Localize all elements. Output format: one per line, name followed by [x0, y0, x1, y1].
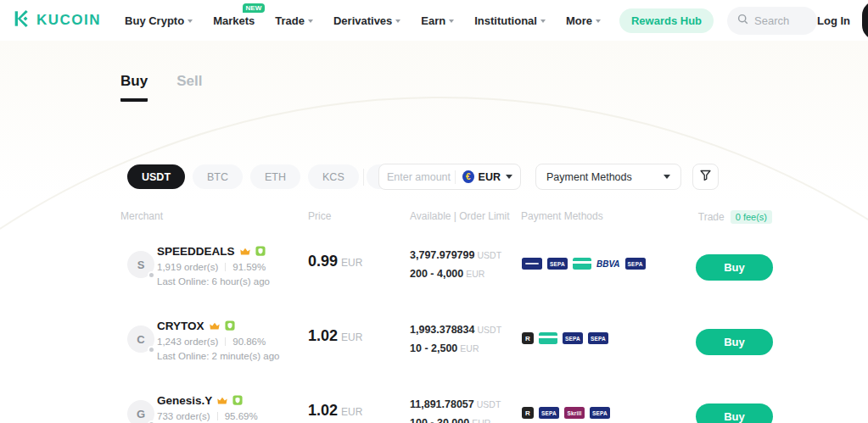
merchant-avatar[interactable]: C [127, 326, 154, 353]
merchant-name[interactable]: SPEEDDEALS [157, 245, 266, 258]
input-divider [455, 170, 456, 184]
buy-button[interactable]: Buy [696, 329, 773, 355]
kucoin-logo[interactable]: KUCOIN [12, 9, 101, 31]
buy-sell-tabs: Buy Sell [120, 73, 202, 102]
available-amount: 11,891.78057USDT [410, 398, 501, 410]
offer-row: C CRYTOX 1,243 order(s) 90.86% Last Onli… [0, 312, 868, 387]
stat-divider [225, 337, 226, 346]
order-count: 1,919 order(s) [157, 262, 218, 272]
col-available-order-limit: Available | Order Limit [410, 210, 510, 222]
verified-shield-icon [232, 395, 243, 406]
sign-up-button[interactable]: Sign Up [862, 1, 868, 40]
nav-earn[interactable]: Earn [421, 14, 454, 27]
tab-sell[interactable]: Sell [176, 73, 202, 102]
card-icon [573, 258, 591, 270]
funnel-icon [699, 169, 712, 185]
merchant-stats: 1,243 order(s) 90.86% [157, 337, 266, 347]
chevron-down-icon [596, 19, 601, 23]
offer-price: 1.02EUR [308, 402, 362, 420]
fiat-selector-value[interactable]: EUR [479, 171, 501, 183]
merchant-name[interactable]: CRYTOX [157, 320, 235, 332]
p2p-buy-page: Buy Sell USDT BTC ETH KCS USDC € EUR Pay… [0, 41, 868, 423]
rewards-hub-button[interactable]: Rewards Hub [619, 8, 714, 33]
coin-tab-btc[interactable]: BTC [193, 164, 243, 189]
col-trade: Trade 0 fee(s) [698, 210, 772, 224]
search-input[interactable] [754, 14, 814, 27]
bank-card-icon [522, 258, 542, 270]
crown-badge-icon [239, 247, 251, 257]
buy-button[interactable]: Buy [696, 404, 773, 423]
sepa-icon: SEPA [588, 332, 608, 344]
amount-input[interactable] [387, 171, 453, 183]
euro-currency-icon: € [462, 170, 474, 183]
merchant-avatar[interactable]: G [127, 400, 154, 423]
offer-price: 1.02EUR [308, 327, 362, 345]
online-status-dot [148, 346, 155, 353]
merchant-stats: 1,919 order(s) 91.59% [157, 262, 266, 272]
chevron-down-icon [449, 19, 454, 23]
coin-tab-usdt[interactable]: USDT [127, 164, 185, 189]
nav-more[interactable]: More [566, 14, 601, 27]
nav-buy-crypto[interactable]: Buy Crypto [125, 14, 193, 27]
price-currency: EUR [341, 257, 362, 269]
online-status-dot [148, 271, 155, 279]
nav-trade[interactable]: Trade [275, 14, 313, 27]
tab-buy[interactable]: Buy [120, 73, 148, 102]
last-online: Last Online: 6 hour(s) ago [157, 276, 270, 287]
verified-shield-icon [255, 246, 266, 257]
col-price: Price [308, 210, 331, 222]
merchant-stats: 733 order(s) 95.69% [157, 411, 258, 421]
merchant-avatar[interactable]: S [127, 251, 154, 278]
zero-fee-badge: 0 fee(s) [731, 210, 772, 224]
offer-row: S SPEEDDEALS 1,919 order(s) 91.59% Last … [0, 237, 868, 312]
completion-rate: 90.86% [232, 337, 266, 347]
payment-methods-select[interactable]: Payment Methods [535, 164, 681, 190]
col-merchant: Merchant [120, 210, 163, 222]
revolut-icon: R [522, 407, 534, 419]
col-payment-methods: Payment Methods [521, 210, 603, 222]
order-count: 733 order(s) [157, 411, 210, 421]
nav-markets[interactable]: Markets NEW [213, 14, 255, 27]
filter-button[interactable] [692, 164, 719, 190]
stat-divider [217, 412, 218, 420]
offer-row: G Genesis.Y 733 order(s) 95.69% Last Onl… [0, 387, 868, 423]
payment-method-icons: SEPA BBVA SEPA [522, 258, 646, 270]
sepa-icon: SEPA [590, 407, 610, 419]
sepa-icon: SEPA [547, 258, 568, 270]
chevron-down-icon[interactable] [506, 175, 512, 179]
new-badge: NEW [243, 3, 266, 13]
header-actions: Log In Sign Up USD [817, 1, 868, 40]
revolut-icon: R [522, 332, 534, 344]
last-online: Last Online: 2 minute(s) ago [157, 351, 279, 361]
payment-methods-select-label: Payment Methods [546, 171, 632, 183]
log-in-button[interactable]: Log In [817, 14, 850, 27]
crown-badge-icon [216, 396, 228, 406]
top-navbar: KUCOIN Buy Crypto Markets NEW Trade Deri… [0, 0, 868, 41]
search-icon [737, 13, 748, 28]
sepa-icon: SEPA [625, 258, 646, 270]
completion-rate: 95.69% [225, 411, 258, 421]
buy-button[interactable]: Buy [696, 254, 773, 281]
order-count: 1,243 order(s) [157, 337, 218, 347]
nav-derivatives[interactable]: Derivatives [333, 14, 400, 27]
payment-method-icons: R SEPA SEPA [522, 332, 608, 344]
amount-input-group: € EUR [378, 164, 521, 190]
completion-rate: 91.59% [232, 262, 266, 272]
sepa-icon: SEPA [539, 407, 559, 419]
chevron-down-icon [188, 19, 193, 23]
chevron-down-icon [395, 19, 400, 23]
price-currency: EUR [341, 331, 362, 343]
nav-institutional[interactable]: Institutional [474, 14, 546, 27]
header-search[interactable] [727, 7, 817, 35]
stat-divider [225, 263, 226, 271]
merchant-name[interactable]: Genesis.Y [157, 394, 243, 407]
coin-tab-kcs[interactable]: KCS [308, 164, 359, 189]
price-currency: EUR [341, 406, 362, 418]
order-limit: 10 - 2,500EUR [410, 342, 479, 354]
card-icon [539, 332, 557, 344]
bbva-icon: BBVA [596, 258, 620, 270]
coin-tab-eth[interactable]: ETH [250, 164, 300, 189]
kucoin-logo-text: KUCOIN [36, 12, 101, 29]
main-nav: Buy Crypto Markets NEW Trade Derivatives… [125, 14, 601, 27]
filter-divider [363, 169, 364, 186]
